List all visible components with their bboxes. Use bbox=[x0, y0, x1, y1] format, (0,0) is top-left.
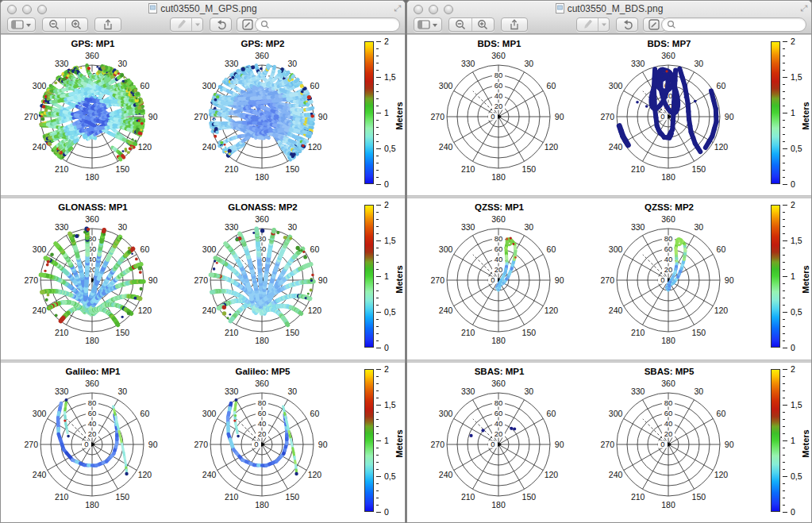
svg-text:210: 210 bbox=[631, 164, 645, 174]
search-field[interactable] bbox=[661, 17, 806, 32]
svg-text:240: 240 bbox=[609, 306, 623, 315]
svg-text:60: 60 bbox=[140, 81, 150, 90]
colorbar-tick-label: 2 bbox=[791, 201, 795, 209]
markup-pencil-button[interactable] bbox=[576, 17, 610, 32]
colorbar-tick bbox=[783, 70, 785, 71]
svg-text:0: 0 bbox=[254, 440, 258, 448]
colorbar-tick bbox=[783, 505, 785, 506]
colorbar-tick bbox=[783, 156, 785, 156]
preview-window-gps: cut03550_M_GPS.png ⤢ GPS: MP120406080036… bbox=[0, 0, 406, 523]
svg-text:120: 120 bbox=[138, 306, 152, 315]
svg-text:210: 210 bbox=[55, 492, 69, 502]
zoom-buttons[interactable] bbox=[42, 17, 88, 32]
svg-text:150: 150 bbox=[522, 164, 537, 174]
rotate-left-button[interactable] bbox=[210, 17, 232, 32]
svg-text:270: 270 bbox=[601, 275, 615, 285]
colorbar-tick bbox=[376, 120, 379, 121]
fullscreen-icon[interactable]: ⤢ bbox=[800, 3, 807, 13]
svg-text:300: 300 bbox=[439, 409, 453, 418]
colorbar-tick bbox=[376, 156, 379, 156]
title-bar[interactable]: cut03550_M_BDS.png ⤢ bbox=[407, 1, 811, 34]
svg-text:360: 360 bbox=[255, 214, 269, 224]
svg-text:0: 0 bbox=[660, 440, 664, 448]
colorbar-tick bbox=[783, 262, 785, 263]
svg-text:270: 270 bbox=[194, 112, 209, 121]
search-field[interactable] bbox=[255, 17, 400, 32]
search-input[interactable] bbox=[676, 19, 801, 30]
colorbar-tick bbox=[376, 448, 379, 448]
svg-text:180: 180 bbox=[491, 336, 506, 345]
svg-text:360: 360 bbox=[661, 379, 675, 388]
svg-text:150: 150 bbox=[116, 164, 130, 174]
colorbar-tick bbox=[783, 134, 785, 135]
zoom-in-button[interactable] bbox=[472, 18, 495, 31]
svg-text:60: 60 bbox=[310, 409, 320, 418]
colorbar-tick bbox=[783, 163, 785, 163]
colorbar-gradient bbox=[771, 205, 780, 348]
rotate-left-button[interactable] bbox=[616, 17, 638, 32]
colorbar-gradient bbox=[771, 41, 780, 184]
svg-text:0: 0 bbox=[660, 275, 664, 284]
skyplot-glonass-mp2: 2040608003603060901201501802102402703003… bbox=[179, 211, 347, 359]
svg-text:0: 0 bbox=[491, 112, 495, 121]
colorbar-tick bbox=[376, 255, 379, 256]
colorbar-tick bbox=[376, 283, 379, 284]
svg-text:150: 150 bbox=[116, 328, 130, 337]
svg-text:80: 80 bbox=[88, 398, 97, 407]
zoom-out-button[interactable] bbox=[449, 18, 471, 31]
colorbar-axis-label: Meters bbox=[801, 102, 810, 129]
colorbar-tick bbox=[376, 390, 379, 391]
svg-text:240: 240 bbox=[202, 142, 217, 152]
zoom-out-button[interactable] bbox=[43, 18, 65, 31]
svg-text:330: 330 bbox=[225, 386, 239, 396]
colorbar-tick bbox=[783, 283, 785, 284]
colorbar-tick bbox=[783, 476, 787, 477]
colorbar-tick bbox=[376, 319, 379, 320]
svg-text:80: 80 bbox=[664, 398, 673, 407]
svg-text:240: 240 bbox=[609, 142, 623, 152]
svg-text:30: 30 bbox=[525, 59, 534, 68]
svg-text:30: 30 bbox=[525, 222, 534, 232]
colorbar-tick bbox=[376, 455, 379, 456]
svg-text:60: 60 bbox=[88, 409, 97, 417]
share-button[interactable] bbox=[501, 17, 528, 32]
colorbar-tick bbox=[783, 348, 787, 348]
svg-text:330: 330 bbox=[461, 222, 475, 232]
zoom-buttons[interactable] bbox=[448, 17, 495, 32]
colorbar-tick bbox=[783, 483, 785, 484]
svg-text:270: 270 bbox=[601, 112, 615, 121]
svg-text:120: 120 bbox=[138, 142, 152, 152]
zoom-in-button[interactable] bbox=[66, 18, 88, 31]
view-menu-button[interactable] bbox=[7, 17, 36, 32]
svg-text:270: 270 bbox=[194, 275, 209, 285]
view-menu-button[interactable] bbox=[414, 17, 442, 32]
svg-text:90: 90 bbox=[555, 112, 564, 121]
colorbar-tick bbox=[783, 312, 787, 313]
markup-disclosure-icon[interactable] bbox=[192, 18, 202, 31]
title-bar[interactable]: cut03550_M_GPS.png ⤢ bbox=[1, 1, 405, 34]
colorbar-axis-label: Meters bbox=[394, 429, 404, 457]
colorbar-tick bbox=[783, 340, 785, 341]
markup-pencil-icon[interactable] bbox=[577, 18, 598, 31]
colorbar-tick bbox=[376, 98, 379, 99]
colorbar-tick bbox=[376, 240, 381, 241]
svg-text:120: 120 bbox=[545, 306, 559, 315]
markup-pencil-icon[interactable] bbox=[171, 18, 191, 31]
svg-text:0: 0 bbox=[491, 440, 495, 448]
colorbar-tick bbox=[783, 276, 787, 277]
share-button[interactable] bbox=[94, 17, 121, 32]
search-input[interactable] bbox=[270, 19, 394, 30]
svg-text:40: 40 bbox=[258, 419, 267, 428]
svg-text:150: 150 bbox=[692, 328, 706, 337]
colorbar-tick bbox=[376, 376, 379, 377]
svg-text:240: 240 bbox=[439, 470, 453, 479]
markup-disclosure-icon[interactable] bbox=[598, 18, 609, 31]
svg-text:240: 240 bbox=[33, 470, 47, 479]
fullscreen-icon[interactable]: ⤢ bbox=[394, 3, 401, 13]
colorbar-tick bbox=[783, 240, 787, 241]
svg-text:180: 180 bbox=[255, 336, 269, 345]
svg-text:180: 180 bbox=[85, 500, 99, 510]
colorbar-tick bbox=[376, 177, 379, 178]
markup-pencil-button[interactable] bbox=[170, 17, 203, 32]
svg-text:120: 120 bbox=[545, 142, 559, 152]
